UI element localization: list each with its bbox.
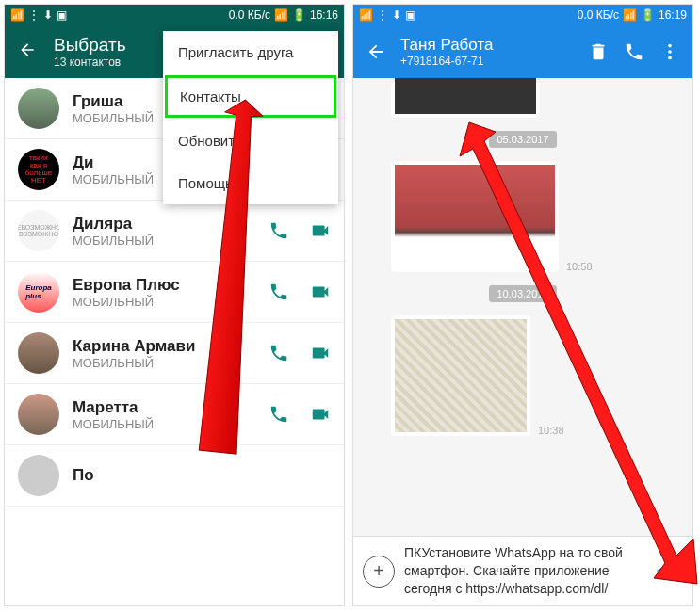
chat-body: 05.03.2017 10:58 10.03.2017 10:38	[353, 78, 692, 540]
compose-input[interactable]: ПКУстановите WhatsApp на то свой смартфо…	[404, 544, 645, 598]
message-time: 10:38	[538, 425, 564, 436]
date-chip: 05.03.2017	[489, 131, 556, 148]
contact-sub: МОБИЛЬНЫЙ	[73, 234, 255, 248]
contact-name: Европа Плюс	[73, 276, 255, 295]
wifi-icon: 📶	[274, 8, 288, 22]
avatar	[18, 332, 59, 374]
svg-point-1	[668, 50, 672, 54]
call-button[interactable]	[623, 40, 645, 63]
menu-contacts[interactable]: Контакты	[165, 75, 336, 118]
download-icon: ⬇	[43, 8, 53, 22]
wifi-icon: 📶	[623, 8, 637, 22]
svg-point-0	[668, 44, 672, 48]
contact-name: Карина Армави	[73, 337, 255, 356]
back-button[interactable]	[365, 40, 387, 63]
contact-row[interactable]: По	[5, 445, 344, 507]
chat-phone: +7918164-67-71	[400, 55, 574, 68]
signal-icon: 📶	[359, 8, 373, 22]
screenshot-icon: ▣	[57, 8, 67, 22]
more-icon: ⋮	[28, 8, 40, 22]
video-icon[interactable]	[310, 343, 331, 363]
download-icon: ⬇	[392, 8, 401, 22]
clock: 16:16	[310, 8, 338, 22]
video-icon[interactable]	[310, 282, 331, 302]
contact-name: По	[73, 466, 331, 485]
whatsapp-screen: 📶 ⋮ ⬇ ▣ 0.0 КБ/с 📶 🔋 16:16 Выбрать 13 ко…	[4, 4, 345, 606]
more-button[interactable]	[659, 40, 681, 63]
clock: 16:19	[659, 8, 687, 22]
date-chip: 10.03.2017	[489, 285, 556, 302]
sms-header: Таня Работа +7918164-67-71	[353, 25, 692, 78]
back-button[interactable]	[18, 40, 37, 63]
avatar: такихкак ябольшеНЕТ	[18, 149, 59, 190]
call-icon[interactable]	[269, 220, 289, 241]
call-icon[interactable]	[269, 404, 289, 425]
message-image[interactable]	[391, 315, 530, 436]
contact-sub: МОБИЛЬНЫЙ	[73, 356, 255, 370]
contact-sub: МОБИЛЬНЫЙ	[73, 295, 255, 309]
message-time: 10:58	[566, 261, 593, 272]
delete-button[interactable]	[587, 40, 610, 63]
contact-row[interactable]: Europaplus Европа Плюс МОБИЛЬНЫЙ	[5, 262, 344, 323]
svg-point-2	[668, 56, 672, 60]
more-icon: ⋮	[377, 8, 388, 22]
battery-icon: 🔋	[292, 8, 306, 22]
header-subtitle: 13 контактов	[54, 56, 126, 69]
menu-help[interactable]: Помощь	[163, 162, 338, 204]
header-title: Выбрать	[54, 35, 126, 56]
net-speed: 0.0 КБ/с	[229, 8, 270, 22]
sms-screen: 📶 ⋮ ⬇ ▣ 0.0 КБ/с 📶 🔋 16:19 Таня Работа +…	[352, 4, 693, 606]
options-popup: Пригласить друга Контакты Обновить Помощ…	[163, 31, 338, 204]
contact-name: Маретта	[73, 398, 255, 417]
compose-bar: + ПКУстановите WhatsApp на то свой смарт…	[353, 536, 692, 605]
status-bar: 📶 ⋮ ⬇ ▣ 0.0 КБ/с 📶 🔋 16:16	[5, 5, 344, 25]
avatar: Europaplus	[18, 271, 59, 313]
call-icon[interactable]	[269, 343, 289, 363]
video-icon[interactable]	[310, 220, 331, 241]
avatar	[18, 88, 59, 129]
contact-sub: МОБИЛЬНЫЙ	[73, 417, 255, 431]
avatar	[18, 394, 59, 435]
call-icon[interactable]	[269, 282, 289, 302]
signal-icon: 📶	[10, 8, 24, 22]
screenshot-icon: ▣	[405, 8, 415, 22]
contact-row[interactable]: Карина Армави МОБИЛЬНЫЙ	[5, 323, 344, 384]
net-speed: 0.0 КБ/с	[578, 8, 619, 22]
chat-title: Таня Работа	[400, 36, 574, 55]
menu-refresh[interactable]: Обновить	[163, 120, 338, 162]
message-image[interactable]	[391, 82, 540, 118]
send-button[interactable]	[655, 557, 683, 586]
contact-row[interactable]: Маретта МОБИЛЬНЫЙ	[5, 384, 344, 445]
video-icon[interactable]	[310, 404, 331, 425]
avatar	[18, 455, 59, 496]
message-image[interactable]	[391, 161, 559, 272]
battery-icon: 🔋	[641, 8, 655, 22]
contact-name: Диляра	[73, 215, 255, 234]
contact-row[interactable]: НЕВОЗМОЖНОЕВОЗМОЖНО Диляра МОБИЛЬНЫЙ	[5, 201, 344, 262]
attach-button[interactable]: +	[363, 556, 395, 588]
status-bar: 📶 ⋮ ⬇ ▣ 0.0 КБ/с 📶 🔋 16:19	[353, 5, 692, 25]
menu-invite[interactable]: Пригласить друга	[163, 31, 338, 73]
avatar: НЕВОЗМОЖНОЕВОЗМОЖНО	[18, 210, 59, 251]
